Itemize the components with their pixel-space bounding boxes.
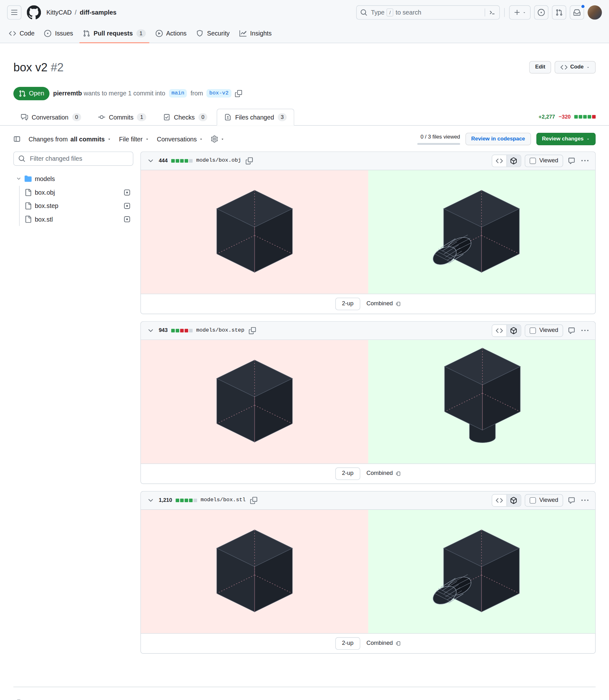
pr-author-link[interactable]: pierremtb (53, 90, 82, 97)
file-changes-count: 444 (159, 157, 168, 164)
site-footer: © 2023 GitHub, Inc. Terms Privacy Securi… (13, 687, 596, 700)
repo-tab-actions[interactable]: Actions (152, 25, 190, 43)
combined-button[interactable]: Combined (366, 300, 401, 308)
copy-icon (235, 90, 242, 97)
breadcrumb-owner-link[interactable]: KittyCAD (46, 8, 72, 17)
review-changes-button[interactable]: Review changes (536, 133, 595, 145)
github-logo[interactable] (27, 5, 41, 20)
combined-button[interactable]: Combined (366, 639, 401, 647)
tree-file-box-step[interactable]: box.step (22, 199, 133, 212)
review-in-codespace-button[interactable]: Review in codespace (465, 133, 530, 145)
rich-diff-view-button[interactable] (506, 155, 521, 167)
rich-diff-view-button[interactable] (506, 495, 521, 506)
diff-modified-icon (123, 202, 130, 209)
old-revision-pane (141, 510, 368, 633)
edit-button[interactable]: Edit (529, 61, 551, 74)
tree-file-box-obj[interactable]: box.obj (22, 186, 133, 199)
hamburger-menu-button[interactable] (7, 5, 21, 20)
file-options-kebab-button[interactable] (580, 326, 590, 336)
rich-diff-2up (141, 510, 595, 633)
two-up-button[interactable]: 2-up (335, 637, 360, 650)
diff-view-segmented-control (492, 155, 521, 167)
folder-icon (24, 175, 31, 182)
code-dropdown-button[interactable]: Code (555, 61, 596, 74)
changes-from-dropdown[interactable]: Changes from all commits (29, 134, 111, 144)
combined-button[interactable]: Combined (366, 469, 401, 478)
plus-icon (514, 9, 521, 16)
inbox-button[interactable] (570, 5, 584, 20)
file-filter-dropdown[interactable]: File filter (119, 134, 149, 144)
file-options-kebab-button[interactable] (580, 496, 590, 505)
source-view-button[interactable] (492, 155, 506, 167)
copy-path-button[interactable] (248, 326, 257, 335)
copy-branch-button[interactable] (235, 90, 242, 97)
tree-file-box-stl[interactable]: box.stl (22, 212, 133, 226)
comment-icon (568, 497, 575, 504)
copy-path-button[interactable] (245, 156, 254, 165)
repo-tab-code[interactable]: Code (5, 25, 38, 43)
diff-list: 444 models/box.obj (140, 151, 596, 654)
new-revision-pane (368, 340, 595, 463)
render-view-toggle: 2-up Combined (141, 293, 595, 313)
repo-tab-security[interactable]: Security (193, 25, 233, 43)
head-branch-label[interactable]: box-v2 (207, 89, 231, 97)
create-new-button[interactable] (509, 5, 530, 20)
kebab-icon (581, 157, 588, 164)
new-model-render (426, 346, 537, 457)
global-search-input[interactable]: Type / to search (356, 5, 500, 20)
copy-path-button[interactable] (249, 496, 258, 505)
filter-files-field[interactable] (13, 151, 133, 166)
viewed-toggle[interactable]: Viewed (525, 155, 563, 167)
base-branch-label[interactable]: main (169, 89, 187, 97)
comment-discussion-icon (21, 113, 28, 121)
tab-checks[interactable]: Checks 0 (156, 108, 215, 126)
rich-diff-view-button[interactable] (506, 325, 521, 337)
viewed-checkbox (529, 498, 536, 504)
command-palette-icon[interactable] (489, 9, 496, 16)
slash-key-hint: / (387, 8, 393, 17)
comment-button[interactable] (567, 156, 577, 166)
pull-requests-dashboard-button[interactable] (552, 5, 566, 20)
source-view-button[interactable] (492, 495, 506, 506)
file-diff-card-box-step: 943 models/box.step (140, 321, 596, 484)
global-header: KittyCAD / diff-samples Type / to search (0, 0, 609, 25)
conversations-dropdown[interactable]: Conversations (157, 134, 203, 144)
diff-settings-dropdown[interactable] (211, 136, 224, 142)
caret-down-icon (199, 137, 203, 141)
repo-tab-issues[interactable]: Issues (41, 25, 77, 43)
collapse-file-button[interactable] (146, 496, 155, 505)
diffstat: +2,277 −320 (539, 108, 596, 125)
viewed-toggle[interactable]: Viewed (525, 494, 563, 507)
collapse-file-button[interactable] (146, 156, 155, 165)
breadcrumb-repo-link[interactable]: diff-samples (80, 8, 117, 17)
repo-tab-pull-requests[interactable]: Pull requests 1 (79, 25, 149, 43)
filter-files-input[interactable] (29, 154, 128, 164)
source-view-button[interactable] (492, 325, 506, 337)
chevron-down-icon (147, 327, 154, 334)
viewed-checkbox (529, 158, 536, 164)
issues-dashboard-button[interactable] (534, 5, 549, 20)
file-path-link[interactable]: models/box.stl (201, 497, 246, 504)
issue-opened-icon (45, 30, 51, 37)
pr-state-badge: Open (13, 87, 50, 100)
tree-folder-models[interactable]: models (13, 172, 133, 185)
comment-button[interactable] (567, 496, 577, 505)
tab-conversation[interactable]: Conversation 0 (13, 108, 89, 126)
pr-title: box v2 #2 (13, 60, 64, 74)
comment-button[interactable] (567, 326, 577, 336)
tab-files-changed[interactable]: Files changed 3 (217, 108, 294, 126)
file-path-link[interactable]: models/box.obj (196, 157, 241, 164)
two-up-button[interactable]: 2-up (335, 298, 360, 310)
file-diff-icon (225, 113, 231, 121)
collapse-file-button[interactable] (146, 326, 155, 335)
file-tree-sidebar: models box.obj box.step bo (13, 151, 133, 226)
file-path-link[interactable]: models/box.step (196, 327, 245, 335)
avatar[interactable] (588, 5, 602, 20)
two-up-button[interactable]: 2-up (335, 467, 360, 480)
repo-tab-insights[interactable]: Insights (236, 25, 275, 43)
tab-commits[interactable]: Commits 1 (91, 108, 154, 126)
cube-icon (510, 327, 517, 334)
viewed-toggle[interactable]: Viewed (525, 324, 563, 337)
toggle-file-tree-button[interactable] (13, 136, 20, 142)
file-options-kebab-button[interactable] (580, 156, 590, 166)
